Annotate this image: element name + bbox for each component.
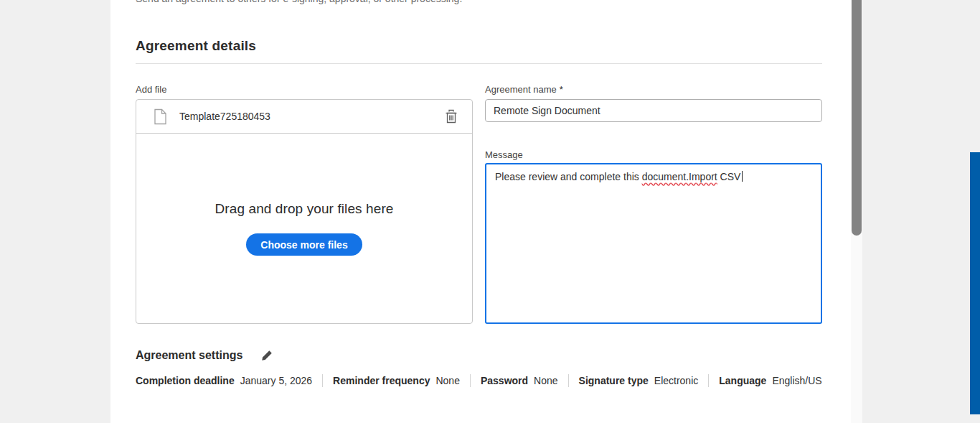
- setting-signature-type: Signature typeElectronic: [568, 374, 709, 387]
- choose-more-files-button[interactable]: Choose more files: [246, 233, 362, 256]
- text-cursor: [742, 171, 743, 182]
- drag-drop-text: Drag and drop your files here: [215, 201, 394, 217]
- setting-language: LanguageEnglish/US: [708, 374, 831, 387]
- vertical-scrollbar[interactable]: [851, 0, 862, 423]
- scrollbar-thumb[interactable]: [852, 0, 862, 236]
- attached-file-name: Template725180453: [179, 111, 443, 122]
- agreement-name-label-text: Agreement name: [485, 84, 557, 95]
- delete-file-button[interactable]: [443, 108, 459, 125]
- pencil-icon: [261, 350, 273, 361]
- section-divider: [136, 63, 822, 64]
- setting-reminder-frequency: Reminder frequencyNone: [322, 374, 470, 387]
- setting-label: Password: [481, 375, 528, 386]
- setting-value: None: [534, 375, 557, 386]
- file-dropzone-container: Template725180453 Drag and drop your fil…: [136, 99, 473, 324]
- section-title: Agreement details: [136, 38, 256, 54]
- settings-summary-row: Completion deadlineJanuary 5, 2026 Remin…: [136, 374, 839, 387]
- agreement-name-label: Agreement name*: [485, 84, 563, 95]
- setting-value: January 5, 2026: [240, 375, 312, 386]
- message-text-after: CSV: [717, 171, 741, 182]
- message-misspelled-text: document.Import: [642, 171, 717, 182]
- content-panel: Send an agreement to others for e-signin…: [110, 0, 862, 423]
- message-text: Please review and complete this: [495, 171, 642, 182]
- required-asterisk: *: [560, 84, 563, 95]
- message-textarea[interactable]: Please review and complete this document…: [485, 163, 822, 324]
- drag-drop-area[interactable]: Drag and drop your files here Choose mor…: [136, 134, 472, 323]
- page-description: Send an agreement to others for e-signin…: [136, 0, 638, 6]
- agreement-settings-header: Agreement settings: [136, 348, 274, 363]
- add-file-label: Add file: [136, 84, 166, 95]
- setting-label: Reminder frequency: [333, 375, 430, 386]
- edit-settings-button[interactable]: [260, 348, 274, 363]
- right-edge-blue-bar: [970, 152, 980, 414]
- setting-value: English/US: [772, 375, 821, 386]
- setting-label: Signature type: [579, 375, 649, 386]
- setting-value: Electronic: [654, 375, 698, 386]
- agreement-name-input[interactable]: [485, 99, 822, 122]
- file-icon: [154, 108, 167, 125]
- setting-label: Language: [719, 375, 766, 386]
- message-label: Message: [485, 149, 523, 160]
- attached-file-row: Template725180453: [136, 100, 472, 134]
- setting-completion-deadline: Completion deadlineJanuary 5, 2026: [136, 374, 322, 387]
- trash-icon: [445, 109, 458, 124]
- setting-value: None: [435, 375, 459, 386]
- setting-password: PasswordNone: [470, 374, 568, 387]
- agreement-settings-title: Agreement settings: [136, 349, 242, 362]
- setting-label: Completion deadline: [136, 375, 235, 386]
